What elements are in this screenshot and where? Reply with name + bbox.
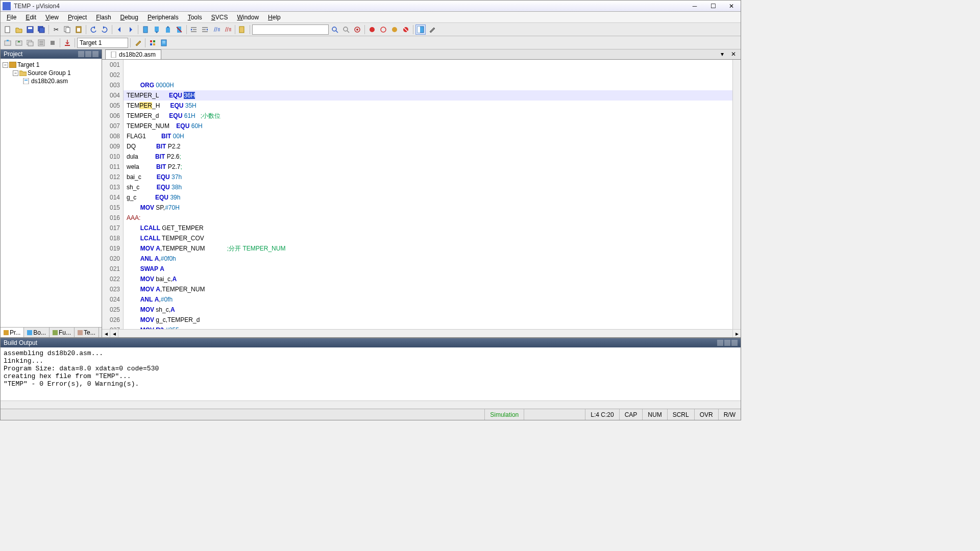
tree-collapse-icon[interactable]: −: [13, 70, 18, 76]
editor-tab-close-icon[interactable]: ✕: [728, 49, 739, 59]
minimize-button[interactable]: ─: [688, 2, 702, 11]
save-button[interactable]: [25, 24, 35, 35]
open-file-button[interactable]: [14, 24, 24, 35]
copy-button[interactable]: [62, 24, 72, 35]
code-line[interactable]: sh_c EQU 38h: [124, 182, 732, 192]
bookmark-clear-button[interactable]: [174, 24, 184, 35]
menu-edit[interactable]: Edit: [21, 13, 40, 22]
code-line[interactable]: ANL A,#0fh: [124, 294, 732, 305]
project-tree[interactable]: − Target 1 − Source Group 1 ds18b20.asm: [1, 59, 102, 327]
menu-tools[interactable]: Tools: [184, 13, 206, 22]
code-line[interactable]: TEMPER_L EQU 36H: [124, 90, 732, 101]
cut-button[interactable]: ✂: [51, 24, 61, 35]
code-line[interactable]: TEMPER_H EQU 35H: [124, 101, 732, 111]
breakpoint-kill-button[interactable]: [401, 24, 411, 35]
indent-button[interactable]: [189, 24, 199, 35]
tree-target[interactable]: − Target 1: [3, 61, 100, 69]
save-all-button[interactable]: [36, 24, 46, 35]
build-horizontal-scrollbar[interactable]: [1, 400, 741, 409]
debug-button[interactable]: [352, 24, 362, 35]
translate-button[interactable]: [3, 38, 13, 48]
editor-tab-ds18b20[interactable]: ds18b20.asm: [105, 49, 161, 59]
code-line[interactable]: dula BIT P2.6;: [124, 152, 732, 162]
tree-collapse-icon[interactable]: −: [3, 62, 8, 68]
code-editor[interactable]: 0010020030040050060070080090100110120130…: [102, 60, 741, 329]
bookmark-next-button[interactable]: [163, 24, 173, 35]
find-combo[interactable]: [252, 24, 329, 35]
code-line[interactable]: MOV bai_c,A: [124, 274, 732, 284]
code-line[interactable]: MOV A,TEMPER_NUM ;分开 TEMPER_NUM: [124, 243, 732, 254]
menu-project[interactable]: Project: [64, 13, 91, 22]
scroll-left2-icon[interactable]: ◂: [110, 330, 118, 337]
panel-pin-icon[interactable]: [85, 51, 91, 57]
nav-back-button[interactable]: [114, 24, 125, 35]
manage-project-button[interactable]: [148, 38, 158, 48]
code-line[interactable]: FLAG1 BIT 00H: [124, 131, 732, 141]
project-tab-3[interactable]: Te...: [75, 328, 99, 337]
menu-flash[interactable]: Flash: [92, 13, 115, 22]
menu-debug[interactable]: Debug: [116, 13, 142, 22]
bookmark-toggle-button[interactable]: [140, 24, 151, 35]
code-line[interactable]: ANL A,#0f0h: [124, 254, 732, 264]
scroll-left-icon[interactable]: ◂: [102, 330, 110, 337]
breakpoint-enable-button[interactable]: [378, 24, 388, 35]
code-line[interactable]: LCALL TEMPER_COV: [124, 233, 732, 243]
menu-svcs[interactable]: SVCS: [207, 13, 232, 22]
code-line[interactable]: MOV R2,#255: [124, 325, 732, 329]
code-line[interactable]: ORG 0000H: [124, 80, 732, 90]
bookmark-prev-button[interactable]: [152, 24, 162, 35]
window-layout-button[interactable]: [415, 24, 426, 35]
download-button[interactable]: [62, 38, 72, 48]
incremental-find-button[interactable]: [341, 24, 351, 35]
menu-peripherals[interactable]: Peripherals: [143, 13, 183, 22]
configure-button[interactable]: [427, 24, 437, 35]
build-button[interactable]: [14, 38, 24, 48]
breakpoint-disable-button[interactable]: [389, 24, 400, 35]
paste-button[interactable]: [74, 24, 84, 35]
project-tab-1[interactable]: Bo...: [24, 328, 50, 337]
project-tab-2[interactable]: Fu...: [50, 328, 75, 337]
new-file-button[interactable]: [3, 24, 13, 35]
code-line[interactable]: DQ BIT P2.2: [124, 141, 732, 152]
unindent-button[interactable]: [200, 24, 210, 35]
breakpoint-insert-button[interactable]: [367, 24, 377, 35]
build-output-text[interactable]: assembling ds18b20.asm... linking... Pro…: [1, 347, 741, 400]
code-line[interactable]: [124, 60, 732, 70]
batch-build-button[interactable]: [36, 38, 46, 48]
redo-button[interactable]: [100, 24, 110, 35]
tree-file[interactable]: ds18b20.asm: [3, 77, 100, 85]
project-tab-0[interactable]: Pr...: [1, 328, 24, 337]
menu-file[interactable]: File: [3, 13, 20, 22]
code-line[interactable]: g_c EQU 39h: [124, 192, 732, 203]
menu-window[interactable]: Window: [233, 13, 263, 22]
manage-books-button[interactable]: [159, 38, 169, 48]
panel-pin-icon[interactable]: [724, 340, 730, 346]
maximize-button[interactable]: ☐: [706, 2, 720, 11]
code-line[interactable]: AAA:: [124, 213, 732, 223]
code-line[interactable]: TEMPER_d EQU 61H ;小数位: [124, 111, 732, 121]
code-line[interactable]: MOV SP,#70H: [124, 203, 732, 213]
code-line[interactable]: [124, 70, 732, 80]
target-combo[interactable]: Target 1: [77, 38, 128, 48]
tree-source-group[interactable]: − Source Group 1: [3, 69, 100, 77]
code-line[interactable]: SWAP A: [124, 264, 732, 274]
close-button[interactable]: ✕: [724, 2, 739, 11]
panel-close-icon[interactable]: [731, 340, 738, 346]
panel-menu-icon[interactable]: [717, 340, 723, 346]
target-options-button[interactable]: [133, 38, 143, 48]
code-line[interactable]: LCALL GET_TEMPER: [124, 223, 732, 233]
code-line[interactable]: MOV sh_c,A: [124, 305, 732, 315]
undo-button[interactable]: [88, 24, 99, 35]
code-body[interactable]: ORG 0000HTEMPER_L EQU 36HTEMPER_H EQU 35…: [124, 60, 732, 329]
code-line[interactable]: wela BIT P2.7;: [124, 162, 732, 172]
code-line[interactable]: MOV g_c,TEMPER_d: [124, 315, 732, 325]
horizontal-scrollbar[interactable]: ◂ ◂ ▸: [102, 329, 741, 337]
panel-close-icon[interactable]: [92, 51, 99, 57]
nav-forward-button[interactable]: [126, 24, 136, 35]
code-line[interactable]: MOV A,TEMPER_NUM: [124, 284, 732, 294]
find-in-files-button[interactable]: [237, 24, 248, 35]
code-line[interactable]: bai_c EQU 37h: [124, 172, 732, 182]
scroll-right-icon[interactable]: ▸: [732, 330, 741, 337]
editor-tab-menu-icon[interactable]: ▾: [717, 49, 727, 59]
stop-build-button[interactable]: [47, 38, 58, 48]
